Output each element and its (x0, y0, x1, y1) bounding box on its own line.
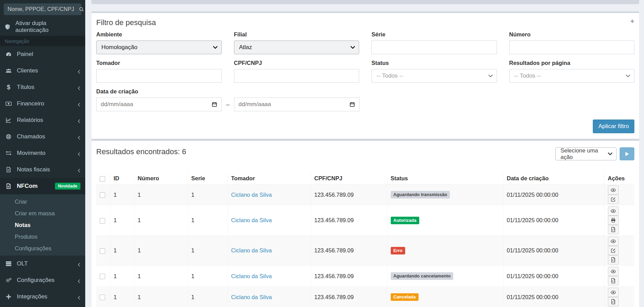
sidebar-item-clientes[interactable]: Clientes (0, 62, 85, 79)
select-all-checkbox[interactable] (100, 176, 105, 182)
sidebar-item-financeiro[interactable]: Financeiro (0, 95, 85, 112)
edit-button[interactable] (608, 246, 619, 255)
chevron-down-icon (351, 46, 355, 49)
cell-created: 01/11/2025 00:00:00 (503, 266, 604, 287)
xml-download-button[interactable] (608, 225, 619, 234)
cpf-label: CPF/CNPJ (234, 60, 359, 66)
exchange-icon (5, 150, 12, 156)
sidebar-item-integracoes[interactable]: Integrações (0, 288, 85, 305)
submenu-label: Produtos (15, 234, 37, 240)
print-button[interactable] (608, 216, 619, 225)
filter-panel: Filtro de pesquisa + Ambiente Homologaçã… (91, 11, 639, 139)
xml-download-button[interactable] (608, 276, 619, 285)
serie-input[interactable] (371, 41, 497, 54)
numero-input[interactable] (509, 41, 635, 54)
tomador-link[interactable]: Ciclano da Silva (231, 294, 272, 300)
sidebar-item-nfcom[interactable]: NFCom Novidade (0, 178, 85, 194)
top-strip (91, 0, 639, 4)
file-code-icon (611, 278, 616, 283)
submenu-item-notas[interactable]: Notas (0, 219, 85, 231)
cell-numero: 1 (134, 205, 188, 236)
submenu-item-criar[interactable]: Criar (0, 196, 85, 207)
sidebar-item-configuracoes[interactable]: Configurações (0, 272, 85, 288)
file-code-icon (611, 227, 616, 232)
submenu-item-criar-em-massa[interactable]: Criar em massa (0, 207, 85, 219)
row-checkbox[interactable] (100, 248, 105, 254)
calendar-icon[interactable] (212, 102, 217, 107)
angle-left-icon (78, 151, 80, 155)
sidebar-item-relatorios[interactable]: Relatórios (0, 112, 85, 128)
search-input[interactable] (8, 6, 79, 12)
sidebar-item-painel[interactable]: Painel (0, 46, 85, 62)
sidebar-item-titulos[interactable]: $ Títulos (0, 79, 85, 95)
angle-left-icon (78, 262, 80, 266)
cell-numero: 1 (134, 236, 188, 266)
calendar-icon[interactable] (349, 102, 355, 107)
view-button[interactable] (608, 237, 619, 246)
field-ambiente: Ambiente Homologação (96, 31, 222, 54)
chevron-down-icon (626, 75, 630, 77)
collapse-plus-icon[interactable]: + (630, 18, 634, 24)
view-button[interactable] (608, 185, 619, 195)
sidebar-item-movimento[interactable]: Movimento (0, 145, 85, 161)
run-action-button[interactable] (620, 147, 634, 160)
status-badge: Aguardando cancelamento (391, 272, 454, 280)
cpf-input[interactable] (234, 69, 359, 83)
field-filial: Filial Atlaz (234, 31, 359, 54)
table-row: 1 1 1 Ciclano da Silva 123.456.789.09 Er… (96, 236, 634, 266)
sidebar-item-olt[interactable]: OLT (0, 255, 85, 272)
sidebar-item-chamados[interactable]: Chamados (0, 128, 85, 145)
date-from-placeholder: dd/mm/aaaa (101, 101, 133, 108)
submenu-item-produtos[interactable]: Produtos (0, 231, 85, 242)
apply-filter-button[interactable]: Aplicar filtro (593, 120, 634, 133)
xml-download-button[interactable] (608, 255, 619, 264)
dollar-icon: $ (5, 84, 12, 90)
cell-cpf: 123.456.789.09 (311, 184, 387, 205)
sidebar-item-label: NFCom (17, 183, 37, 190)
view-button[interactable] (608, 267, 619, 276)
sidebar-item-notas-fiscais[interactable]: Notas fiscais (0, 161, 85, 178)
table-header-row: ID Número Serie Tomador CPF/CNPJ Status … (96, 173, 634, 184)
cell-cpf: 123.456.789.09 (311, 236, 387, 266)
main-content: Filtro de pesquisa + Ambiente Homologaçã… (91, 0, 639, 4)
angle-left-icon (78, 168, 80, 172)
table-row: 1 1 1 Ciclano da Silva 123.456.789.09 Au… (96, 205, 634, 236)
per-page-select[interactable]: -- Todos -- (509, 69, 635, 83)
cell-numero: 1 (134, 184, 188, 205)
tomador-link[interactable]: Ciclano da Silva (231, 247, 272, 253)
tomador-link[interactable]: Ciclano da Silva (231, 217, 272, 223)
row-checkbox[interactable] (100, 218, 105, 224)
view-button[interactable] (608, 288, 619, 297)
tomador-link[interactable]: Ciclano da Silva (231, 192, 272, 198)
edit-button[interactable] (608, 195, 619, 204)
tomador-link[interactable]: Ciclano da Silva (231, 273, 272, 279)
eye-icon (611, 187, 616, 193)
submenu-item-configuracoes-nfcom[interactable]: Configurações (0, 242, 85, 254)
users-icon (5, 68, 12, 74)
cell-cpf: 123.456.789.09 (311, 266, 387, 287)
status-value: -- Todos -- (377, 72, 403, 79)
row-checkbox[interactable] (100, 274, 105, 279)
filial-select[interactable]: Atlaz (234, 41, 359, 54)
date-to-input[interactable]: dd/mm/aaaa (234, 98, 359, 111)
tomador-label: Tomador (96, 60, 222, 66)
view-button[interactable] (608, 206, 619, 216)
bulk-action-select[interactable]: Selecione uma ação (555, 147, 617, 160)
gears-icon (5, 277, 12, 283)
row-checkbox[interactable] (100, 295, 105, 300)
cell-serie: 1 (188, 236, 227, 266)
life-ring-icon (5, 134, 12, 140)
novidade-badge: Novidade (55, 183, 80, 190)
date-from-input[interactable]: dd/mm/aaaa (96, 98, 222, 111)
two-factor-item[interactable]: Ativar dupla autenticação (0, 18, 85, 36)
ambiente-select[interactable]: Homologação (96, 41, 222, 54)
tomador-input[interactable] (96, 69, 222, 83)
field-tomador: Tomador (96, 60, 222, 83)
col-header-serie: Serie (188, 173, 227, 184)
row-checkbox[interactable] (100, 192, 105, 198)
field-numero: Número (509, 31, 635, 54)
status-select[interactable]: -- Todos -- (371, 69, 497, 83)
search-icon[interactable] (79, 7, 84, 12)
xml-download-button[interactable] (608, 297, 619, 306)
sidebar-search[interactable] (4, 3, 81, 15)
